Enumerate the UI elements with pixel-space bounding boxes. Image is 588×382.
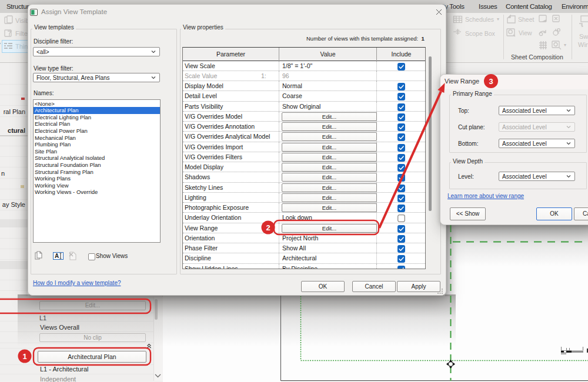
svg-text:3: 3 [489,77,493,86]
svg-text:1: 1 [22,352,26,361]
svg-text:2: 2 [266,223,270,232]
